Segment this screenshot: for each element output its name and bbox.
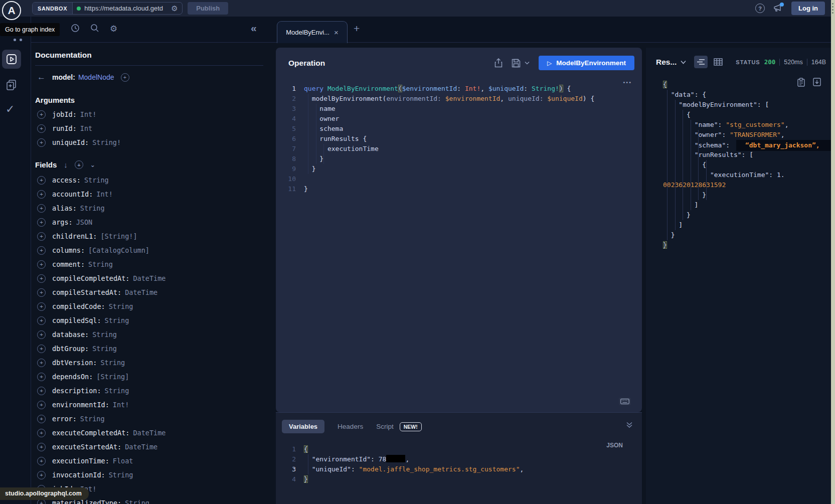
field-name[interactable]: compiledSql:: [52, 316, 101, 324]
add-field-icon[interactable]: +: [37, 110, 46, 119]
doc-field-row[interactable]: +runId:Int: [31, 121, 268, 135]
code-line[interactable]: }: [663, 240, 831, 250]
field-name[interactable]: columns:: [52, 246, 85, 254]
doc-field-row[interactable]: +uniqueId:String!: [31, 135, 268, 149]
add-field-icon[interactable]: +: [37, 288, 46, 297]
back-arrow-icon[interactable]: ←: [37, 72, 46, 82]
add-field-icon[interactable]: +: [37, 401, 46, 409]
graph-index-icon[interactable]: [14, 39, 16, 41]
field-name[interactable]: jobId:: [52, 110, 77, 118]
field-name[interactable]: error:: [52, 415, 77, 423]
code-line[interactable]: 7 executionTime: [281, 144, 642, 154]
code-line[interactable]: 9 }: [281, 164, 642, 174]
doc-field-row[interactable]: +args:JSON: [31, 215, 268, 229]
add-field-icon[interactable]: +: [37, 457, 46, 465]
doc-field-row[interactable]: +comment:String: [31, 257, 268, 271]
endpoint-settings-gear-icon[interactable]: ⚙: [171, 5, 178, 12]
add-field-icon[interactable]: +: [37, 218, 46, 227]
operation-menu-icon[interactable]: •••: [623, 79, 632, 85]
response-dropdown-chevron-icon[interactable]: [681, 60, 686, 64]
add-field-icon[interactable]: +: [37, 190, 46, 199]
doc-field-row[interactable]: +description:String: [31, 384, 268, 398]
new-tab-icon[interactable]: +: [354, 23, 360, 35]
code-line[interactable]: "modelByEnvironment": [: [663, 100, 831, 110]
doc-field-row[interactable]: +compileStartedAt:DateTime: [31, 285, 268, 299]
table-view-icon[interactable]: [714, 58, 723, 66]
doc-field-row[interactable]: +compiledSql:String: [31, 313, 268, 327]
add-field-icon[interactable]: +: [37, 176, 46, 185]
doc-field-row[interactable]: +executionTime:Float: [31, 454, 268, 468]
code-line[interactable]: 1query ModelByEnvironment($environmentId…: [281, 84, 642, 94]
download-response-icon[interactable]: [813, 78, 821, 87]
search-icon[interactable]: [90, 24, 99, 33]
doc-field-row[interactable]: +alias:String: [31, 201, 268, 215]
field-name[interactable]: childrenL1:: [52, 232, 97, 240]
field-name[interactable]: compileStartedAt:: [52, 288, 121, 296]
sidebar-item-explorer[interactable]: [2, 50, 21, 69]
endpoint-url-input[interactable]: https://metadata.cloud.getd: [84, 5, 168, 12]
doc-field-row[interactable]: +executeStartedAt:DateTime: [31, 440, 268, 454]
field-name[interactable]: executeCompletedAt:: [52, 429, 129, 437]
add-field-icon[interactable]: +: [37, 387, 46, 395]
code-line[interactable]: 5 schema: [281, 124, 642, 134]
code-line[interactable]: 2 modelByEnvironment(environmentId: $env…: [281, 94, 642, 104]
code-line[interactable]: 4 owner: [281, 114, 642, 124]
settings-gear-icon[interactable]: ⚙: [110, 24, 117, 34]
code-line[interactable]: "runResults": [: [663, 150, 831, 160]
add-field-icon[interactable]: +: [37, 373, 46, 381]
collapse-panel-icon[interactable]: [626, 421, 633, 428]
history-icon[interactable]: [71, 24, 80, 33]
doc-field-row[interactable]: +error:String: [31, 412, 268, 426]
sort-fields-icon[interactable]: ↓: [64, 160, 68, 169]
field-name[interactable]: executionTime:: [52, 457, 109, 465]
field-name[interactable]: invocationId:: [52, 471, 105, 479]
doc-field-row[interactable]: +columns:[CatalogColumn]: [31, 243, 268, 257]
add-field-icon[interactable]: +: [37, 302, 46, 311]
doc-field-row[interactable]: +compileCompletedAt:DateTime: [31, 271, 268, 285]
field-name[interactable]: dbtGroup:: [52, 345, 89, 353]
tab-script[interactable]: Script: [376, 423, 394, 430]
announcements-megaphone-icon[interactable]: [773, 4, 783, 13]
code-line[interactable]: "executionTime": 1.: [663, 170, 831, 180]
add-field-icon[interactable]: +: [37, 415, 46, 423]
field-name[interactable]: runId:: [52, 124, 77, 132]
doc-field-row[interactable]: +environmentId:Int!: [31, 398, 268, 412]
doc-field-row[interactable]: +childrenL1:[String!]: [31, 229, 268, 243]
publish-button[interactable]: Publish: [188, 2, 228, 15]
add-field-icon[interactable]: +: [37, 232, 46, 241]
code-line[interactable]: "owner": "TRANSFORMER",: [663, 130, 831, 140]
sidebar-item-operation-collections[interactable]: [6, 79, 18, 91]
doc-field-row[interactable]: +compiledCode:String: [31, 299, 268, 313]
save-options-chevron-icon[interactable]: [525, 61, 530, 65]
field-name[interactable]: args:: [52, 218, 73, 226]
doc-field-row[interactable]: +database:String: [31, 327, 268, 342]
code-line[interactable]: {: [663, 110, 831, 120]
field-name[interactable]: uniqueId:: [52, 138, 89, 146]
run-operation-button[interactable]: ▷ ModelByEnvironment: [539, 56, 634, 70]
code-line[interactable]: 10: [281, 174, 642, 184]
apollo-logo[interactable]: A: [2, 1, 21, 20]
add-field-icon[interactable]: +: [37, 124, 46, 133]
code-line[interactable]: }: [663, 190, 831, 200]
add-field-icon[interactable]: +: [37, 204, 46, 213]
code-line[interactable]: 0023620128631592: [663, 180, 831, 190]
add-field-icon[interactable]: +: [37, 330, 46, 339]
add-field-icon[interactable]: +: [37, 138, 46, 147]
doc-field-row[interactable]: +dependsOn:[String]: [31, 370, 268, 384]
field-name[interactable]: database:: [52, 330, 89, 339]
add-field-icon[interactable]: +: [121, 73, 129, 82]
code-line[interactable]: 3 "uniqueId": "model.jaffle_shop_metrics…: [281, 464, 642, 474]
variables-editor[interactable]: 1{2 "environmentId": 78,3 "uniqueId": "m…: [276, 444, 642, 484]
code-line[interactable]: {: [663, 160, 831, 170]
tab-variables[interactable]: Variables: [282, 420, 324, 433]
save-icon[interactable]: [512, 59, 521, 68]
response-viewer[interactable]: { "data": { "modelByEnvironment": [ { "n…: [646, 80, 831, 250]
code-line[interactable]: 3 name: [281, 104, 642, 114]
add-field-icon[interactable]: +: [37, 345, 46, 353]
field-name[interactable]: dependsOn:: [52, 373, 93, 381]
code-line[interactable]: "schema": “dbt_mary_jackson”,: [663, 140, 831, 150]
code-line[interactable]: 6 runResults {: [281, 134, 642, 144]
code-line[interactable]: "data": {: [663, 90, 831, 100]
add-field-icon[interactable]: +: [37, 443, 46, 451]
field-name[interactable]: compiledCode:: [52, 302, 105, 310]
